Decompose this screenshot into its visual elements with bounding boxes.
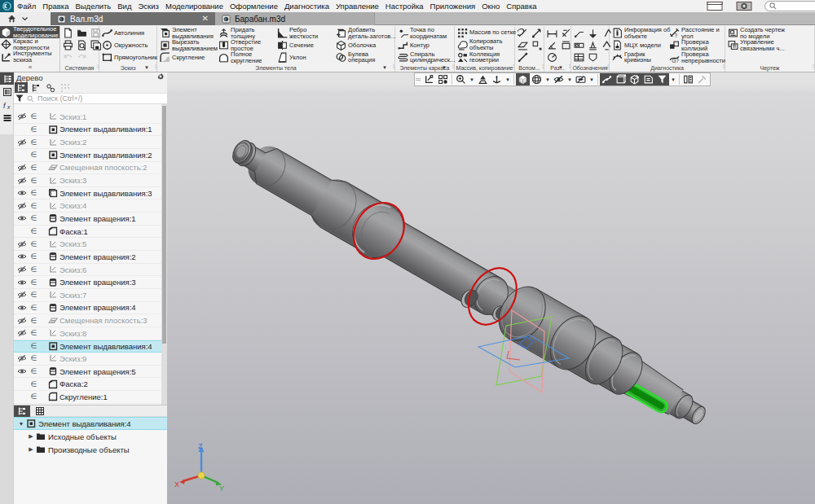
ribbon-tool-collision[interactable]: Проверка коллизий — [668, 39, 725, 51]
ribbon-tool-point[interactable]: Точка по координатам — [397, 27, 455, 39]
ribbon-tool-section[interactable]: Сечение — [276, 39, 335, 51]
eye-off-icon[interactable] — [14, 138, 27, 147]
strip-params-icon[interactable] — [0, 85, 14, 98]
strip-burger-icon[interactable] — [0, 112, 14, 124]
tree-item[interactable]: ∈Элемент вращения:2 — [14, 251, 167, 264]
eye-off-icon[interactable] — [14, 201, 27, 211]
chevron-down-icon[interactable]: ▼ — [558, 65, 563, 70]
aux-plane-icon[interactable] — [517, 27, 528, 38]
ribbon-tool-rectangle[interactable]: Прямоугольник — [101, 51, 157, 64]
chevron-down-icon[interactable]: ▼ — [382, 65, 387, 70]
pt-structure-tab-icon[interactable] — [14, 405, 30, 417]
menu-item-правка[interactable]: Правка — [39, 2, 72, 11]
tree-scrollbar[interactable] — [161, 104, 167, 405]
note-base-icon[interactable] — [587, 39, 598, 50]
ribbon-tool-copy-objects[interactable]: Копировать объекты — [456, 38, 516, 50]
document-tab[interactable]: Вал.m3d✕ — [51, 12, 215, 25]
ribbon-tool-geometry-collection[interactable]: Коллекция геометрии — [456, 51, 516, 64]
note-tol-icon[interactable] — [573, 39, 584, 50]
menu-item-диагностика[interactable]: Диагностика — [281, 2, 333, 11]
eye-off-icon[interactable] — [14, 239, 27, 249]
chevron-down-icon[interactable]: ▼ — [544, 73, 552, 85]
aux-plane2-icon[interactable] — [517, 39, 528, 50]
document-tab[interactable]: Барабан.m3d — [215, 12, 375, 25]
menu-item-выделить[interactable]: Выделить — [72, 2, 114, 11]
expand-closed-icon[interactable]: ▶ — [27, 433, 35, 440]
eye-off-icon[interactable] — [14, 265, 27, 274]
chevron-down-icon[interactable]: ▼ — [566, 73, 574, 85]
tree-item[interactable]: ∈Элемент вращения:5 — [14, 366, 167, 379]
eye-off-icon[interactable] — [14, 316, 27, 326]
note-table-icon[interactable] — [573, 51, 584, 63]
pt-structure-icon[interactable] — [15, 82, 28, 93]
tree-item[interactable]: ∈Смещенная плоскость:2 — [14, 162, 167, 175]
menu-item-моделирование[interactable]: Моделирование — [162, 2, 227, 11]
vt-hide-icon[interactable] — [552, 73, 566, 85]
tree-item[interactable]: ∈Элемент выдавливания:4 — [14, 340, 167, 353]
tree-item[interactable]: ∈Эскиз:5 — [14, 238, 167, 251]
tree-item[interactable]: ∈Смещенная плоскость:3 — [14, 314, 167, 327]
vt-measure-icon[interactable] — [681, 73, 695, 85]
ribbon-tool-continuity[interactable]: G?Проверка непрерывности — [668, 52, 725, 64]
note-shape-icon[interactable] — [587, 51, 598, 63]
tree-item[interactable]: ∈Фаска:2 — [14, 378, 167, 391]
toolbar-grip-icon[interactable] — [416, 73, 422, 85]
menu-item-окно[interactable]: Окно — [478, 2, 503, 11]
ribbon-tool-mass[interactable]: МЦХ модели — [611, 39, 668, 50]
ribbon-tool-circle[interactable]: Окружность — [101, 39, 157, 51]
eye-icon[interactable] — [14, 278, 27, 287]
menu-item-справка[interactable]: Справка — [503, 2, 540, 11]
ribbon-category-active[interactable]: Твердотельное моделирование — [0, 26, 59, 38]
menu-search-input[interactable] — [764, 1, 815, 11]
tree-scrollbar-thumb[interactable] — [162, 106, 166, 344]
home-button[interactable] — [0, 12, 51, 25]
vt-components-icon[interactable] — [436, 73, 450, 85]
vt-ctrlpoints-icon[interactable] — [600, 73, 614, 85]
tree-item[interactable]: ∈Эскиз:9 — [14, 353, 167, 366]
vt-solid-icon[interactable] — [516, 73, 530, 85]
vt-hide-comp-icon[interactable] — [574, 73, 588, 85]
tree-item[interactable]: ∈Элемент вращения:1 — [14, 213, 167, 226]
vt-compdark-icon[interactable] — [628, 73, 641, 85]
eye-off-icon[interactable] — [14, 112, 27, 121]
tree-item[interactable]: ∈Эскиз:3 — [14, 174, 167, 187]
ribbon-tool-hole[interactable]: Отверстие простое — [218, 39, 276, 51]
tree-item[interactable]: ∈Эскиз:8 — [14, 327, 167, 340]
eye-icon[interactable] — [14, 213, 27, 223]
bottom-panel-row[interactable]: ▼Элемент выдавливания:4 — [14, 417, 167, 430]
chevron-down-icon[interactable]: ▼ — [504, 73, 512, 85]
tree-search-field[interactable]: Поиск (Ctrl+/) — [14, 93, 167, 104]
ribbon-tool-rib[interactable]: Ребро жесткости — [276, 27, 335, 39]
chevron-down-icon[interactable]: ▼ — [468, 73, 476, 85]
vt-wireframe-icon[interactable] — [530, 73, 544, 85]
doc-new-icon[interactable] — [62, 27, 73, 38]
ribbon-tool-cut-extrude[interactable]: Вырезать выдавливанием — [159, 39, 218, 51]
shaft-model[interactable] — [220, 122, 718, 445]
gear-icon[interactable] — [156, 72, 165, 82]
eye-off-icon[interactable] — [14, 328, 27, 338]
ribbon-tool-extrude[interactable]: Элемент выдавливания — [159, 27, 218, 39]
tree-item[interactable]: ∈Элемент выдавливания:2 — [14, 149, 167, 162]
menu-item-управление[interactable]: Управление — [333, 2, 382, 11]
tree-item[interactable]: ∈Эскиз:2 — [14, 136, 167, 149]
chevron-down-icon[interactable]: ▼ — [588, 73, 596, 85]
dim-radial-icon[interactable] — [546, 51, 557, 63]
vt-sketch-icon[interactable] — [422, 73, 436, 85]
tab-close-icon[interactable]: ✕ — [202, 15, 209, 23]
note-leader-icon[interactable] — [573, 27, 584, 38]
eye-icon[interactable] — [14, 188, 27, 198]
filter-icon[interactable] — [15, 94, 24, 103]
menu-item-эскиз[interactable]: Эскиз — [134, 2, 161, 11]
chevron-down-icon[interactable]: ▼ — [144, 65, 149, 70]
vt-clipbox-icon[interactable] — [614, 73, 628, 85]
ribbon-tool-add-part[interactable]: Добавить деталь-заготов... — [335, 27, 394, 39]
tree-item[interactable]: ∈Фаска:1 — [14, 226, 167, 239]
chevron-down-icon[interactable]: ▼ — [442, 65, 447, 70]
ribbon-category-item[interactable]: Каркас и поверхности — [0, 38, 59, 50]
3d-viewport[interactable]: Z X Y ▼▼▼▼▼▼ — [167, 72, 815, 504]
eye-off-icon[interactable] — [14, 353, 27, 363]
folder-open-icon[interactable] — [76, 27, 87, 38]
screenshot-icon[interactable] — [735, 2, 753, 11]
ribbon-tool-thicken[interactable]: Придать толщину — [218, 27, 276, 39]
preview-icon[interactable] — [76, 39, 87, 50]
